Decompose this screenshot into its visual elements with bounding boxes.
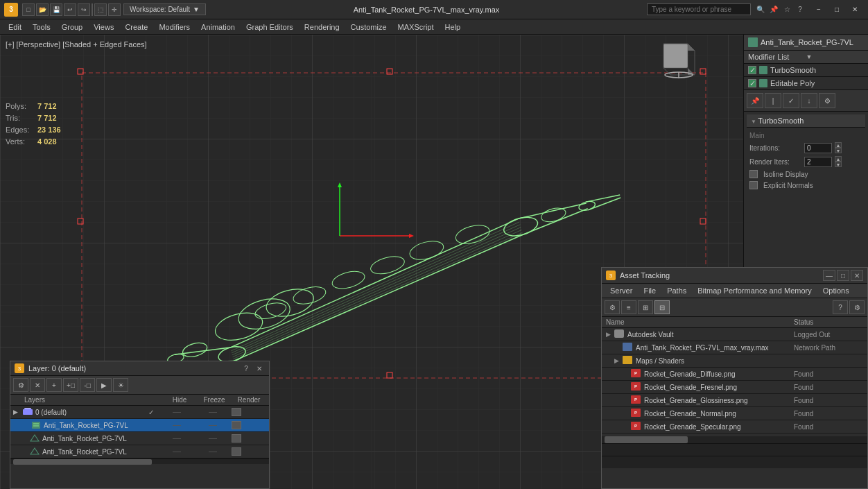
undo-btn[interactable]: ↩ <box>64 3 76 16</box>
menu-edit[interactable]: Edit <box>3 22 27 33</box>
layer-row-mesh1[interactable]: Anti_Tank_Rocket_PG-7VL — — <box>10 432 269 445</box>
menu-customize[interactable]: Customize <box>345 22 392 33</box>
ts-render-iters-down[interactable]: ▼ <box>835 162 842 167</box>
layer-select-btn[interactable]: ▶ <box>96 378 112 392</box>
menu-group[interactable]: Group <box>56 22 89 33</box>
ts-isoline-checkbox[interactable] <box>749 170 758 178</box>
orbit-cube[interactable] <box>660 40 698 78</box>
menu-graph-editors[interactable]: Graph Editors <box>241 22 299 33</box>
asset-row-maps[interactable]: ▶ Maps / Shaders <box>602 354 867 368</box>
search-icon[interactable]: 🔍 <box>755 4 766 15</box>
layer-add-selected-btn[interactable]: +□ <box>63 378 78 392</box>
pin-modifier-btn[interactable]: 📌 <box>747 93 763 108</box>
workspace-dropdown[interactable]: Workspace: Default ▼ <box>123 3 206 15</box>
help-icon[interactable]: ? <box>795 4 806 15</box>
asset-row-glossiness[interactable]: P Rocket_Grenade_Glossiness.png Found <box>602 394 867 407</box>
layer-row-object-freeze[interactable]: — <box>196 420 230 430</box>
asset-maximize-btn[interactable]: □ <box>837 270 849 281</box>
layer-row-object-hide[interactable]: — <box>159 420 194 430</box>
asset-menu-bitmap[interactable]: Bitmap Performance and Memory <box>692 285 817 296</box>
layer-row-default-freeze[interactable]: — <box>196 407 230 417</box>
asset-btn-1[interactable]: ⚙ <box>605 300 620 314</box>
layer-row-mesh1-hide[interactable]: — <box>159 434 194 443</box>
search-input[interactable] <box>647 3 751 15</box>
menu-tools[interactable]: Tools <box>27 22 56 33</box>
layer-row-default-expand[interactable]: ▶ <box>13 409 21 415</box>
maps-expand[interactable]: ▶ <box>614 357 623 364</box>
asset-help-btn[interactable]: ? <box>833 300 848 314</box>
layer-row-mesh2-freeze[interactable]: — <box>196 447 230 456</box>
layer-scroll-thumb[interactable] <box>13 459 152 465</box>
layer-row-default-check[interactable]: ✓ <box>144 409 158 416</box>
layer-help-btn[interactable]: ? <box>241 363 252 373</box>
layer-close-btn[interactable]: ✕ <box>254 363 265 373</box>
save-btn[interactable]: 💾 <box>50 3 62 16</box>
checkmark-btn[interactable]: ✓ <box>783 93 799 108</box>
layer-row-default[interactable]: ▶ 0 (default) ✓ — — <box>10 406 269 419</box>
layer-delete-btn[interactable]: ✕ <box>30 378 45 392</box>
star-icon[interactable]: ☆ <box>781 4 792 15</box>
layer-remove-selected-btn[interactable]: -□ <box>80 378 95 392</box>
asset-close-btn[interactable]: ✕ <box>851 270 863 281</box>
menu-create[interactable]: Create <box>119 22 153 33</box>
ts-render-iters-input[interactable] <box>804 157 832 167</box>
minimize-button[interactable]: − <box>810 3 828 17</box>
menu-animation[interactable]: Animation <box>196 22 241 33</box>
layer-render-box[interactable] <box>232 408 241 416</box>
maximize-button[interactable]: □ <box>828 3 846 17</box>
layer-row-object[interactable]: Anti_Tank_Rocket_PG-7VL — — <box>10 419 269 432</box>
new-file-btn[interactable]: □ <box>22 3 35 16</box>
asset-config-btn[interactable]: ⚙ <box>849 300 865 314</box>
asset-menu-paths[interactable]: Paths <box>661 285 692 296</box>
layer-render-box3[interactable] <box>232 434 241 443</box>
object-name-field[interactable]: Anti_Tank_Rocket_PG-7VL <box>744 35 868 51</box>
asset-menu-server[interactable]: Server <box>605 285 638 296</box>
select-btn[interactable]: ⬚ <box>94 3 107 16</box>
asset-menu-file[interactable]: File <box>638 285 661 296</box>
layer-row-mesh2[interactable]: Anti_Tank_Rocket_PG-7VL — — <box>10 445 269 458</box>
asset-row-vault[interactable]: ▶ Autodesk Vault Logged Out <box>602 328 867 341</box>
asset-row-normal[interactable]: P Rocket_Grenade_Normal.png Found <box>602 407 867 420</box>
asset-btn-3[interactable]: ⊞ <box>638 300 653 314</box>
ts-iterations-up[interactable]: ▲ <box>835 142 842 148</box>
asset-row-maxfile[interactable]: Anti_Tank_Rocket_PG-7VL_max_vray.max Net… <box>602 341 867 354</box>
layer-add-btn[interactable]: + <box>46 378 62 392</box>
asset-row-specular[interactable]: P Rocket_Grenade_Specular.png Found <box>602 420 867 434</box>
move-up-btn[interactable]: | <box>765 93 781 108</box>
menu-maxscript[interactable]: MAXScript <box>392 22 440 33</box>
move-btn[interactable]: ✛ <box>108 3 121 16</box>
asset-row-fresnel[interactable]: P Rocket_Grenade_Fresnel.png Found <box>602 381 867 394</box>
close-button[interactable]: ✕ <box>846 3 864 17</box>
ts-iterations-input[interactable] <box>804 143 832 153</box>
layer-row-default-render[interactable] <box>232 408 266 416</box>
editable-poly-modifier[interactable]: ✓ Editable Poly <box>744 77 868 90</box>
asset-minimize-btn[interactable]: — <box>823 270 835 281</box>
turbosmooth-modifier[interactable]: ✓ TurboSmooth <box>744 64 868 77</box>
config-btn[interactable]: ⚙ <box>819 93 835 108</box>
layer-render-box4[interactable] <box>232 447 241 456</box>
layer-all-btn[interactable]: ⚙ <box>13 378 28 392</box>
asset-btn-2[interactable]: ≡ <box>621 300 636 314</box>
layer-row-mesh1-freeze[interactable]: — <box>196 434 230 443</box>
menu-rendering[interactable]: Rendering <box>299 22 345 33</box>
menu-modifiers[interactable]: Modifiers <box>153 22 196 33</box>
layer-render-box2[interactable] <box>232 421 241 429</box>
editable-poly-checkbox[interactable]: ✓ <box>748 79 756 87</box>
redo-btn[interactable]: ↪ <box>78 3 90 16</box>
asset-btn-4-active[interactable]: ⊟ <box>654 300 670 314</box>
ts-render-iters-up[interactable]: ▲ <box>835 156 842 162</box>
layer-row-object-render[interactable] <box>232 421 266 429</box>
menu-views[interactable]: Views <box>88 22 119 33</box>
layer-row-mesh1-render[interactable] <box>232 434 266 443</box>
layer-row-mesh2-hide[interactable]: — <box>159 447 194 456</box>
pin-icon[interactable]: 📌 <box>768 4 779 15</box>
ts-explicit-checkbox[interactable] <box>749 181 758 189</box>
asset-scroll-thumb[interactable] <box>605 436 688 443</box>
layer-row-default-hide[interactable]: — <box>159 407 194 417</box>
layer-highlight-btn[interactable]: ☀ <box>113 378 128 392</box>
ts-iterations-down[interactable]: ▼ <box>835 148 842 153</box>
turbosmooth-checkbox[interactable]: ✓ <box>748 66 756 74</box>
asset-menu-options[interactable]: Options <box>817 285 855 296</box>
turbosmooth-title[interactable]: TurboSmooth <box>747 114 865 128</box>
open-file-btn[interactable]: 📂 <box>36 3 49 16</box>
